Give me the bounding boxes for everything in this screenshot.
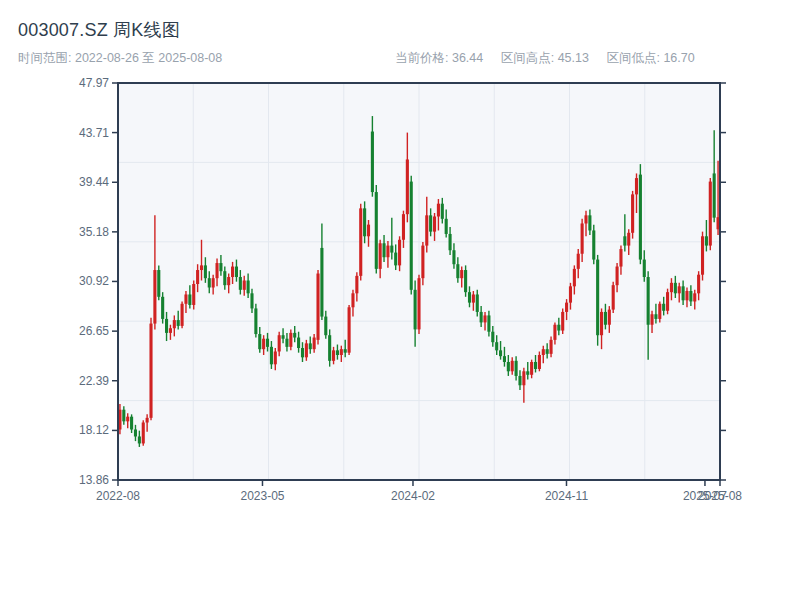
time-range-label: 时间范围: 2022-08-26 至 2025-08-08 [18, 51, 222, 65]
y-axis-tick-label: 22.39 [79, 374, 109, 388]
price-stats: 当前价格: 36.44 区间高点: 45.13 区间低点: 16.70 [395, 50, 709, 67]
kline-chart: 003007.SZ 周K线图 时间范围: 2022-08-26 至 2025-0… [0, 0, 800, 530]
range-low-label: 区间低点: 16.70 [606, 51, 694, 65]
x-axis-tick-label: 2022-08 [96, 489, 140, 503]
current-price-label: 当前价格: 36.44 [395, 51, 483, 65]
x-axis-tick-label: 2023-05 [240, 489, 284, 503]
chart-subheader: 时间范围: 2022-08-26 至 2025-08-08 当前价格: 36.4… [18, 50, 782, 67]
y-axis-tick-label: 18.12 [79, 423, 109, 437]
x-axis-tick-label: 2024-11 [545, 489, 588, 503]
x-axis-tick-label: 2025-08 [698, 489, 742, 503]
y-axis-tick-label: 30.92 [79, 274, 109, 288]
y-axis-tick-label: 26.65 [79, 324, 109, 338]
y-axis-tick-label: 39.44 [79, 175, 109, 189]
kline-chart-svg: 47.9743.7139.4435.1830.9226.6522.3918.12… [0, 0, 800, 530]
range-high-label: 区间高点: 45.13 [501, 51, 589, 65]
y-axis-tick-label: 47.97 [79, 76, 109, 90]
y-axis-tick-label: 13.86 [79, 473, 109, 487]
y-axis-tick-label: 35.18 [79, 225, 109, 239]
page-title: 003007.SZ 周K线图 [18, 18, 180, 42]
y-axis-tick-label: 43.71 [79, 126, 109, 140]
x-axis-tick-label: 2024-02 [391, 489, 435, 503]
